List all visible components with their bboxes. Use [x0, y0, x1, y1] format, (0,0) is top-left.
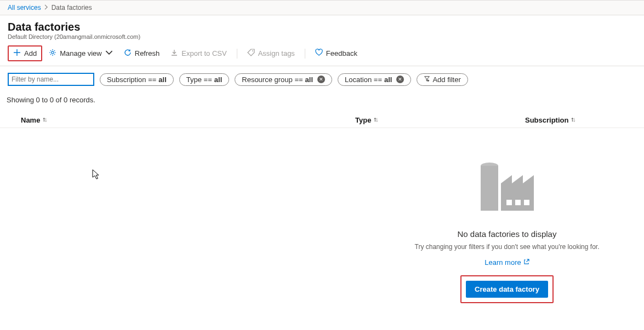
manage-view-label: Manage view — [60, 49, 102, 57]
table-header: Name Type Subscription — [0, 112, 644, 128]
separator — [237, 49, 237, 59]
svg-point-1 — [252, 50, 253, 51]
empty-state: No data factories to display Try changin… — [392, 161, 622, 303]
add-button[interactable]: Add — [8, 45, 42, 61]
add-filter-button[interactable]: Add filter — [417, 73, 468, 86]
svg-rect-5 — [515, 200, 521, 205]
tag-icon — [247, 49, 255, 58]
add-label: Add — [24, 49, 37, 57]
column-subscription-label: Subscription — [525, 116, 568, 124]
clear-icon[interactable]: ✕ — [317, 76, 325, 83]
breadcrumb-all-services[interactable]: All services — [8, 4, 41, 11]
assign-tags-label: Assign tags — [258, 49, 295, 57]
manage-view-button[interactable]: Manage view — [44, 47, 117, 60]
chevron-right-icon — [44, 4, 48, 11]
add-filter-label: Add filter — [432, 76, 460, 84]
empty-title: No data factories to display — [458, 229, 557, 239]
filter-type-label: Type == — [186, 76, 212, 84]
filter-resource-group-value: all — [305, 76, 313, 84]
add-filter-icon — [424, 76, 430, 84]
filter-location-value: all — [384, 76, 392, 84]
filter-by-name-input[interactable] — [8, 73, 94, 86]
feedback-button[interactable]: Feedback — [311, 47, 362, 60]
separator — [305, 49, 305, 59]
filter-location[interactable]: Location == all ✕ — [338, 73, 411, 86]
chevron-down-icon — [105, 49, 113, 58]
export-csv-button[interactable]: Export to CSV — [166, 47, 231, 60]
refresh-icon — [124, 49, 132, 58]
plus-icon — [13, 49, 21, 58]
filter-type-value: all — [214, 76, 222, 84]
assign-tags-button[interactable]: Assign tags — [243, 47, 299, 60]
export-csv-label: Export to CSV — [181, 49, 226, 57]
filter-subscription[interactable]: Subscription == all — [100, 73, 174, 86]
filter-resource-group[interactable]: Resource group == all ✕ — [235, 73, 332, 86]
external-link-icon — [523, 258, 529, 267]
filter-type[interactable]: Type == all — [179, 73, 229, 86]
filter-location-label: Location == — [345, 76, 382, 84]
page-header: Data factories Default Directory (20aman… — [0, 15, 644, 42]
empty-subtitle: Try changing your filters if you don't s… — [415, 243, 600, 251]
gear-icon — [49, 49, 56, 58]
svg-point-0 — [52, 51, 54, 54]
column-name-label: Name — [21, 116, 40, 124]
sort-icon — [42, 116, 48, 124]
learn-more-link[interactable]: Learn more — [485, 258, 529, 267]
filter-row: Subscription == all Type == all Resource… — [0, 66, 644, 89]
page-subtitle: Default Directory (20amangmail.onmicroso… — [8, 33, 636, 40]
filter-resource-group-label: Resource group == — [242, 76, 303, 84]
cursor-icon — [92, 169, 101, 182]
svg-rect-4 — [506, 200, 512, 205]
factory-icon — [477, 161, 537, 215]
records-count: Showing 0 to 0 of 0 records. — [0, 89, 644, 104]
column-type-label: Type — [355, 116, 371, 124]
create-button-highlight: Create data factory — [460, 275, 554, 303]
svg-rect-3 — [481, 166, 498, 211]
refresh-label: Refresh — [135, 49, 160, 57]
clear-icon[interactable]: ✕ — [396, 76, 404, 83]
sort-icon — [571, 116, 576, 124]
create-data-factory-button[interactable]: Create data factory — [466, 281, 548, 298]
filter-subscription-label: Subscription == — [107, 76, 156, 84]
breadcrumb: All services Data factories — [0, 0, 644, 15]
download-icon — [170, 49, 178, 58]
command-bar: Add Manage view Refresh Export to CSV As… — [0, 42, 644, 66]
svg-rect-6 — [524, 200, 529, 205]
column-name[interactable]: Name — [21, 116, 355, 124]
breadcrumb-current: Data factories — [52, 4, 92, 11]
column-type[interactable]: Type — [355, 116, 525, 124]
filter-subscription-value: all — [158, 76, 166, 84]
heart-icon — [315, 49, 323, 58]
column-subscription[interactable]: Subscription — [525, 116, 636, 124]
refresh-button[interactable]: Refresh — [119, 47, 164, 60]
learn-more-label: Learn more — [485, 258, 521, 267]
sort-icon — [373, 116, 379, 124]
page-title: Data factories — [8, 21, 636, 33]
feedback-label: Feedback — [326, 49, 357, 57]
